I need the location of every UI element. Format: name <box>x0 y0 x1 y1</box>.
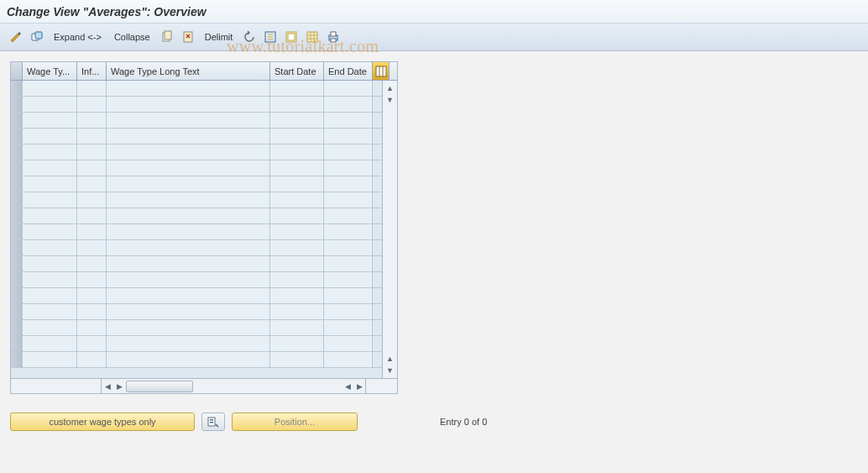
table-row[interactable] <box>11 81 382 97</box>
deselect-all-icon[interactable] <box>282 28 301 46</box>
column-end-date[interactable]: End Date <box>324 62 373 80</box>
scroll-track[interactable] <box>126 381 242 392</box>
page-title: Change View "Averages": Overview <box>7 5 207 18</box>
column-selector[interactable] <box>11 62 23 80</box>
scroll-left-icon[interactable]: ◀ <box>342 381 353 392</box>
table-row[interactable] <box>11 320 382 336</box>
print-icon[interactable] <box>324 28 342 46</box>
delete-icon[interactable] <box>179 28 197 46</box>
row-selector[interactable] <box>11 208 23 223</box>
svg-rect-7 <box>288 34 295 40</box>
row-selector[interactable] <box>11 97 23 112</box>
expand-button[interactable]: Expand <-> <box>49 28 107 46</box>
row-selector[interactable] <box>11 320 23 335</box>
position-button[interactable]: Position... <box>232 413 358 431</box>
position-icon-button[interactable] <box>201 413 225 431</box>
scroll-thumb[interactable] <box>126 381 193 392</box>
table-row[interactable] <box>11 145 382 160</box>
svg-rect-11 <box>331 39 336 42</box>
scroll-up-icon[interactable]: ▲ <box>384 82 396 94</box>
table-row[interactable] <box>11 272 382 288</box>
undo-icon[interactable] <box>240 28 259 46</box>
scroll-right-icon[interactable]: ▶ <box>113 381 125 392</box>
configure-columns-icon[interactable] <box>373 62 390 80</box>
scroll-left-icon[interactable]: ◀ <box>102 381 113 392</box>
table-row[interactable] <box>11 97 382 113</box>
svg-rect-1 <box>35 32 42 39</box>
scroll-down-icon[interactable]: ▼ <box>384 94 396 106</box>
customer-wage-types-button[interactable]: customer wage types only <box>10 413 195 431</box>
scroll-right-icon[interactable]: ▶ <box>353 381 365 392</box>
scroll-down-icon[interactable]: ▼ <box>384 365 396 376</box>
row-selector[interactable] <box>11 145 23 160</box>
change-icon[interactable] <box>7 28 25 46</box>
footer-row: customer wage types only Position... Ent… <box>10 413 858 431</box>
table-row[interactable] <box>11 192 382 208</box>
vertical-scrollbar[interactable]: ▲ ▼ ▲ ▼ <box>382 81 397 378</box>
horizontal-scrollbar[interactable]: ◀ ▶ ◀ ▶ <box>11 378 397 393</box>
title-bar: Change View "Averages": Overview <box>0 0 868 24</box>
row-selector[interactable] <box>11 240 23 255</box>
table-settings-icon[interactable] <box>303 28 322 46</box>
row-selector[interactable] <box>11 256 23 271</box>
table-body-wrap: ▲ ▼ ▲ ▼ <box>11 81 397 378</box>
toolbar: Expand <-> Collapse Delimit <box>0 24 868 51</box>
row-selector[interactable] <box>11 129 23 144</box>
table-row[interactable] <box>11 304 382 320</box>
row-selector[interactable] <box>11 113 23 128</box>
table-row[interactable] <box>11 160 382 176</box>
table-row[interactable] <box>11 224 382 240</box>
table-row[interactable] <box>11 129 382 145</box>
row-selector[interactable] <box>11 224 23 239</box>
scroll-up-icon[interactable]: ▲ <box>384 353 396 365</box>
table-row[interactable] <box>11 113 382 129</box>
row-selector[interactable] <box>11 352 23 367</box>
table-row[interactable] <box>11 176 382 192</box>
table-row[interactable] <box>11 240 382 256</box>
other-view-icon[interactable] <box>28 28 46 46</box>
table-row[interactable] <box>11 288 382 304</box>
row-selector[interactable] <box>11 160 23 176</box>
copy-icon[interactable] <box>158 28 176 46</box>
table-body <box>11 81 382 378</box>
column-wage-type[interactable]: Wage Ty... <box>23 62 77 80</box>
svg-rect-10 <box>331 32 336 36</box>
column-long-text[interactable]: Wage Type Long Text <box>107 62 270 80</box>
row-selector[interactable] <box>11 304 23 319</box>
content-area: Wage Ty... Inf... Wage Type Long Text St… <box>0 51 868 441</box>
column-start-date[interactable]: Start Date <box>270 62 324 80</box>
table-row[interactable] <box>11 352 382 368</box>
row-selector[interactable] <box>11 288 23 303</box>
delimit-button[interactable]: Delimit <box>200 28 238 46</box>
table-row[interactable] <box>11 256 382 272</box>
collapse-button[interactable]: Collapse <box>109 28 155 46</box>
row-selector[interactable] <box>11 192 23 208</box>
row-selector[interactable] <box>11 272 23 287</box>
table-row[interactable] <box>11 336 382 352</box>
table-header-row: Wage Ty... Inf... Wage Type Long Text St… <box>11 62 397 81</box>
svg-rect-14 <box>210 419 213 421</box>
table-row[interactable] <box>11 208 382 224</box>
column-inf[interactable]: Inf... <box>77 62 107 80</box>
svg-rect-8 <box>307 32 317 42</box>
svg-rect-15 <box>210 422 213 423</box>
data-table: Wage Ty... Inf... Wage Type Long Text St… <box>10 61 398 394</box>
svg-rect-3 <box>165 31 171 39</box>
entry-counter: Entry 0 of 0 <box>440 417 487 427</box>
row-selector[interactable] <box>11 336 23 351</box>
svg-rect-12 <box>376 66 386 76</box>
row-selector[interactable] <box>11 81 23 96</box>
select-all-icon[interactable] <box>261 28 280 46</box>
row-selector[interactable] <box>11 176 23 192</box>
